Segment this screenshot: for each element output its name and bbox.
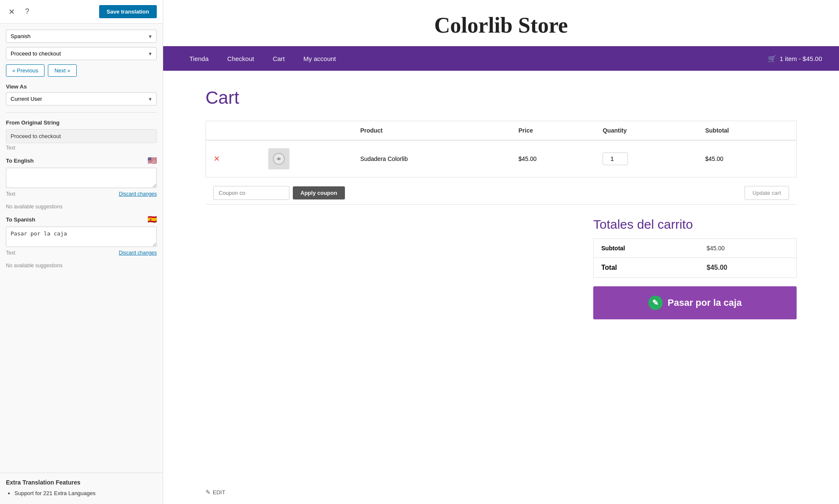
site-title: Colorlib Store [163, 0, 839, 46]
page-body: Cart Product Price Quantity Subtotal ✕ [163, 71, 839, 480]
coupon-row: Apply coupon Update cart [206, 182, 797, 205]
original-type-label: Text [6, 145, 157, 151]
language-select[interactable]: Spanish French German [6, 30, 157, 43]
english-type-label: Text [6, 191, 15, 197]
col-product: Product [353, 121, 511, 141]
product-name-cell: Sudadera Colorlib [353, 140, 511, 177]
extra-features-section: Extra Translation Features Support for 2… [0, 473, 163, 504]
original-text-box: Proceed to checkout [6, 129, 157, 143]
cart-table-body: ✕ Sudadera Colorlib $45.00 [206, 140, 797, 177]
view-as-select[interactable]: Current User Guest Administrator [6, 92, 157, 105]
edit-link[interactable]: ✎ EDIT [206, 489, 225, 496]
thumb-cell [261, 140, 353, 177]
spanish-flag: 🇪🇸 [147, 215, 157, 224]
nav-buttons: « Previous Next » [6, 64, 157, 77]
col-remove [206, 121, 261, 141]
extra-feature-item: Support for 221 Extra Languages [14, 490, 157, 496]
spanish-no-suggestions: No available suggestions [6, 263, 157, 269]
quantity-cell [595, 140, 697, 177]
total-value: $45.00 [699, 258, 797, 278]
view-as-label: View As [6, 83, 157, 90]
totals-table: Subtotal $45.00 Total $45.00 [593, 238, 797, 278]
save-translation-button[interactable]: Save translation [99, 5, 157, 18]
price-cell: $45.00 [511, 140, 595, 177]
panel-header: ✕ ? Save translation [0, 0, 163, 24]
col-thumb [261, 121, 353, 141]
update-cart-button[interactable]: Update cart [745, 186, 789, 200]
cart-totals-title: Totales del carrito [593, 217, 797, 232]
help-button[interactable]: ? [22, 6, 32, 17]
remove-cell: ✕ [206, 140, 261, 177]
checkout-button-label: Pasar por la caja [668, 297, 742, 308]
subtotal-row: Subtotal $45.00 [594, 239, 797, 258]
to-spanish-label: To Spanish [6, 216, 35, 223]
nav-link-cart[interactable]: Cart [264, 47, 294, 70]
previous-button[interactable]: « Previous [6, 64, 44, 77]
english-translation-input[interactable] [6, 168, 157, 188]
spanish-footer: Text Discard changes [6, 250, 157, 261]
close-button[interactable]: ✕ [6, 6, 17, 17]
nav-link-myaccount[interactable]: My account [294, 47, 345, 70]
main-content: Colorlib Store Tienda Checkout Cart My a… [163, 0, 839, 504]
string-select-wrapper: Proceed to checkout Add to cart My accou… [6, 47, 157, 60]
total-row: Total $45.00 [594, 258, 797, 278]
english-footer: Text Discard changes [6, 191, 157, 202]
extra-features-title: Extra Translation Features [6, 479, 157, 486]
translation-panel: ✕ ? Save translation Spanish French Germ… [0, 0, 163, 504]
nav-link-checkout[interactable]: Checkout [218, 47, 263, 70]
english-flag: 🇺🇸 [147, 156, 157, 165]
edit-bar: ✎ EDIT [163, 480, 839, 504]
apply-coupon-button[interactable]: Apply coupon [293, 186, 345, 199]
checkout-button[interactable]: ✎ Pasar por la caja [593, 286, 797, 319]
english-no-suggestions: No available suggestions [6, 204, 157, 210]
coupon-input[interactable] [213, 186, 289, 200]
table-row: ✕ Sudadera Colorlib $45.00 [206, 140, 797, 177]
svg-point-1 [278, 158, 280, 160]
col-price: Price [511, 121, 595, 141]
edit-icon: ✎ [206, 489, 211, 496]
checkout-icon: ✎ [648, 296, 663, 310]
cart-count-label: 1 item - $45.00 [780, 55, 822, 62]
col-subtotal: Subtotal [697, 121, 796, 141]
to-english-label: To English [6, 158, 33, 164]
to-english-header: To English 🇺🇸 [6, 156, 157, 165]
cart-table-header-row: Product Price Quantity Subtotal [206, 121, 797, 141]
language-select-wrapper: Spanish French German ▼ [6, 30, 157, 43]
page-heading: Cart [206, 88, 797, 108]
cart-table-head: Product Price Quantity Subtotal [206, 121, 797, 141]
english-discard-link[interactable]: Discard changes [119, 191, 157, 202]
subtotal-cell: $45.00 [697, 140, 796, 177]
top-nav: Tienda Checkout Cart My account 🛒 1 item… [163, 46, 839, 71]
total-label: Total [594, 258, 699, 278]
spanish-type-label: Text [6, 250, 15, 256]
view-as-select-wrapper: Current User Guest Administrator ▼ [6, 92, 157, 105]
to-spanish-header: To Spanish 🇪🇸 [6, 215, 157, 224]
cart-table: Product Price Quantity Subtotal ✕ [206, 121, 797, 177]
string-select[interactable]: Proceed to checkout Add to cart My accou… [6, 47, 157, 60]
quantity-input[interactable] [603, 152, 628, 165]
remove-item-button[interactable]: ✕ [214, 154, 220, 163]
panel-body: Spanish French German ▼ Proceed to check… [0, 24, 163, 473]
extra-features-list: Support for 221 Extra Languages [6, 490, 157, 496]
spanish-discard-link[interactable]: Discard changes [119, 250, 157, 261]
cart-totals-wrapper: Totales del carrito Subtotal $45.00 Tota… [206, 217, 797, 319]
edit-label: EDIT [213, 489, 225, 496]
nav-link-tienda[interactable]: Tienda [180, 47, 218, 70]
cart-info[interactable]: 🛒 1 item - $45.00 [768, 55, 822, 63]
subtotal-label: Subtotal [594, 239, 699, 258]
product-thumbnail [268, 148, 289, 169]
from-original-label: From Original String [6, 119, 157, 126]
nav-links: Tienda Checkout Cart My account [180, 47, 768, 70]
subtotal-value: $45.00 [699, 239, 797, 258]
spanish-translation-input[interactable]: Pasar por la caja [6, 227, 157, 247]
cart-icon: 🛒 [768, 55, 776, 63]
next-button[interactable]: Next » [48, 64, 77, 77]
cart-totals: Totales del carrito Subtotal $45.00 Tota… [593, 217, 797, 319]
col-quantity: Quantity [595, 121, 697, 141]
divider-1 [6, 112, 157, 113]
